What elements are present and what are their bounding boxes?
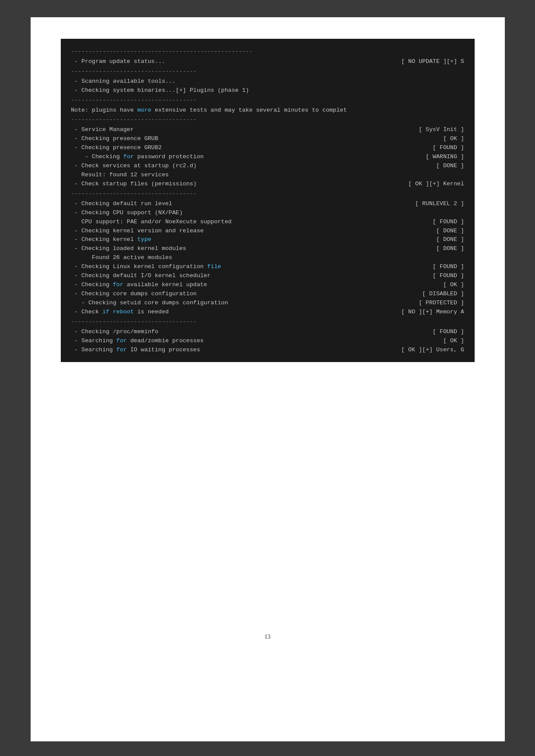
line-left-startup-files: - Check startup files (permissions) xyxy=(71,180,404,189)
line-password-protection: - Checking for password protection [ WAR… xyxy=(71,153,464,162)
line-left-kernel-update: - Checking for available kernel update xyxy=(71,281,439,290)
line-left-kernel-config: - Checking Linux kernel configuration fi… xyxy=(71,262,429,272)
line-right-zombie: [ OK ] xyxy=(439,337,464,346)
line-zombie-processes: - Searching for dead/zombie processes [ … xyxy=(71,337,464,346)
line-left-active-modules: Found 26 active modules xyxy=(71,253,464,262)
line-right-kernel-type: [ DONE ] xyxy=(432,235,464,244)
line-reboot: - Check if reboot is needed [ NO ][+] Me… xyxy=(71,308,464,317)
line-meminfo: - Checking /proc/meminfo [ FOUND ] xyxy=(71,328,464,337)
line-kernel-update: - Checking for available kernel update [… xyxy=(71,281,464,290)
line-scanning-tools: - Scanning available tools... xyxy=(71,77,464,86)
line-left-startup: - Check services at startup (rc2.d) xyxy=(71,162,432,171)
line-right-program-update: [ NO UPDATE ][+] S xyxy=(397,57,464,66)
line-right-password: [ WARNING ] xyxy=(421,153,464,162)
line-right-startup: [ DONE ] xyxy=(432,162,464,171)
highlight-type: type xyxy=(137,236,151,243)
line-setuid-core: - Checking setuid core dumps configurati… xyxy=(71,299,464,308)
line-left-io-scheduler: - Checking default I/O kernel scheduler xyxy=(71,272,429,281)
blank-space xyxy=(39,362,496,621)
highlight-more: more xyxy=(137,107,151,113)
line-left-service-manager: - Service Manager xyxy=(71,125,415,134)
line-left-kernel-type: - Checking kernel type xyxy=(71,235,432,244)
line-right-io-waiting: [ OK ][+] Users, G xyxy=(397,346,464,355)
separator-6: ------------------------------------ xyxy=(71,318,464,327)
line-left-password: - Checking for password protection xyxy=(71,153,422,162)
line-cpu-pae: CPU support: PAE and/or NoeXecute suppor… xyxy=(71,218,464,227)
line-right-run-level: [ RUNLEVEL 2 ] xyxy=(411,200,464,209)
line-active-modules: Found 26 active modules xyxy=(71,253,464,262)
line-left-note: Note: plugins have more extensive tests … xyxy=(71,106,464,115)
line-right-setuid: [ PROTECTED ] xyxy=(414,299,464,308)
line-left-scanning: - Scanning available tools... xyxy=(71,77,464,86)
line-kernel-modules: - Checking loaded kernel modules [ DONE … xyxy=(71,244,464,253)
page-number: 13 xyxy=(39,634,496,649)
line-left-result: Result: found 12 services xyxy=(71,171,464,180)
line-right-core-dumps: [ DISABLED ] xyxy=(418,290,464,299)
line-left-run-level: - Checking default run level xyxy=(71,200,411,209)
line-left-grub: - Checking presence GRUB xyxy=(71,134,439,144)
line-grub2: - Checking presence GRUB2 [ FOUND ] xyxy=(71,144,464,153)
separator-4: ------------------------------------ xyxy=(71,116,464,125)
line-left-grub2: - Checking presence GRUB2 xyxy=(71,144,429,153)
line-right-meminfo: [ FOUND ] xyxy=(429,328,464,337)
highlight-reboot: reboot xyxy=(113,309,134,315)
highlight-file: file xyxy=(207,263,221,270)
line-right-kernel-update: [ OK ] xyxy=(439,281,464,290)
line-io-waiting: - Searching for IO waiting processes [ O… xyxy=(71,346,464,355)
line-left-reboot: - Check if reboot is needed xyxy=(71,308,397,317)
line-core-dumps: - Checking core dumps configuration [ DI… xyxy=(71,290,464,299)
line-run-level: - Checking default run level [ RUNLEVEL … xyxy=(71,200,464,209)
line-left-cpu-pae: CPU support: PAE and/or NoeXecute suppor… xyxy=(71,218,429,227)
line-kernel-version: - Checking kernel version and release [ … xyxy=(71,227,464,236)
line-startup-files: - Check startup files (permissions) [ OK… xyxy=(71,180,464,189)
line-right-io-scheduler: [ FOUND ] xyxy=(429,272,464,281)
highlight-for-io: for xyxy=(116,347,127,353)
line-right-kernel-modules: [ DONE ] xyxy=(432,244,464,253)
line-right-reboot: [ NO ][+] Memory A xyxy=(397,308,464,317)
line-program-update: - Program update status... [ NO UPDATE ]… xyxy=(71,57,464,66)
line-left-binaries: - Checking system binaries...[+] Plugins… xyxy=(71,86,464,95)
line-left-cpu: - Checking CPU support (NX/PAE) xyxy=(71,209,464,218)
line-services-startup: - Check services at startup (rc2.d) [ DO… xyxy=(71,162,464,171)
line-left-meminfo: - Checking /proc/meminfo xyxy=(71,328,429,337)
page-wrapper: ----------------------------------------… xyxy=(31,17,505,741)
line-kernel-config: - Checking Linux kernel configuration fi… xyxy=(71,262,464,272)
line-right-grub2: [ FOUND ] xyxy=(429,144,464,153)
separator-5: ------------------------------------ xyxy=(71,190,464,199)
line-right-service-manager: [ SysV Init ] xyxy=(414,125,464,134)
line-result-services: Result: found 12 services xyxy=(71,171,464,180)
line-checking-binaries: - Checking system binaries...[+] Plugins… xyxy=(71,86,464,95)
line-cpu-support: - Checking CPU support (NX/PAE) xyxy=(71,209,464,218)
highlight-for-password: for xyxy=(123,153,134,160)
line-right-kernel-config: [ FOUND ] xyxy=(429,262,464,272)
line-io-scheduler: - Checking default I/O kernel scheduler … xyxy=(71,272,464,281)
line-left-zombie: - Searching for dead/zombie processes xyxy=(71,337,439,346)
separator-3: ------------------------------------ xyxy=(71,96,464,105)
line-service-manager: - Service Manager [ SysV Init ] xyxy=(71,125,464,134)
line-left-kernel-version: - Checking kernel version and release xyxy=(71,227,432,236)
line-left-program-update: - Program update status... xyxy=(71,57,397,66)
line-kernel-type: - Checking kernel type [ DONE ] xyxy=(71,235,464,244)
highlight-for-kernel-update: for xyxy=(113,281,123,288)
separator-1: ----------------------------------------… xyxy=(71,47,464,56)
page-number-text: 13 xyxy=(265,634,271,640)
line-right-kernel-version: [ DONE ] xyxy=(432,227,464,236)
line-left-kernel-modules: - Checking loaded kernel modules xyxy=(71,244,432,253)
line-right-cpu-pae: [ FOUND ] xyxy=(429,218,464,227)
highlight-if: if xyxy=(102,309,109,315)
line-left-io-waiting: - Searching for IO waiting processes xyxy=(71,346,397,355)
line-left-core-dumps: - Checking core dumps configuration xyxy=(71,290,418,299)
line-left-setuid: - Checking setuid core dumps configurati… xyxy=(71,299,415,308)
line-note: Note: plugins have more extensive tests … xyxy=(71,106,464,115)
line-right-startup-files: [ OK ][+] Kernel xyxy=(404,180,464,189)
separator-2: ------------------------------------ xyxy=(71,67,464,76)
line-grub: - Checking presence GRUB [ OK ] xyxy=(71,134,464,144)
highlight-for-zombie: for xyxy=(116,337,127,344)
line-right-grub: [ OK ] xyxy=(439,134,464,144)
terminal-output: ----------------------------------------… xyxy=(61,39,475,362)
